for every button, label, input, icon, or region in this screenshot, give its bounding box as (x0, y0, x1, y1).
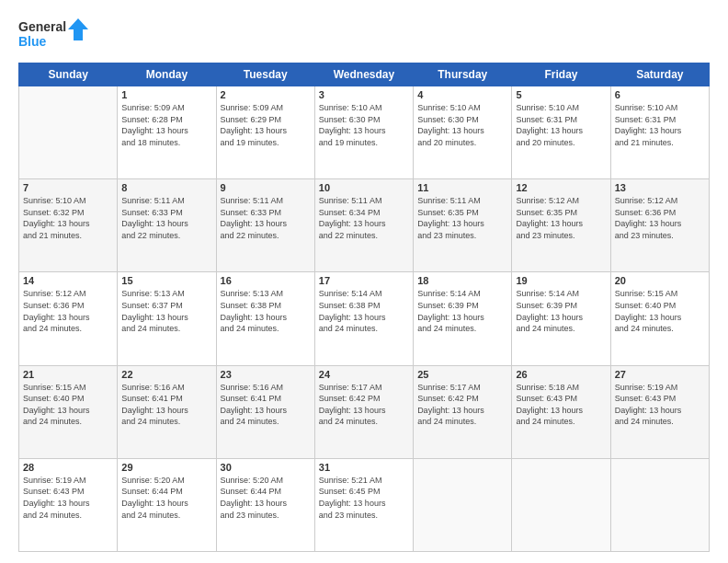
calendar-cell: 4Sunrise: 5:10 AM Sunset: 6:30 PM Daylig… (414, 86, 512, 179)
cell-info: Sunrise: 5:11 AM Sunset: 6:33 PM Dayligh… (121, 195, 211, 241)
calendar-cell: 24Sunrise: 5:17 AM Sunset: 6:42 PM Dayli… (314, 365, 413, 458)
calendar-cell: 26Sunrise: 5:18 AM Sunset: 6:43 PM Dayli… (512, 365, 610, 458)
calendar-cell: 7Sunrise: 5:10 AM Sunset: 6:32 PM Daylig… (19, 179, 118, 272)
calendar-cell: 5Sunrise: 5:10 AM Sunset: 6:31 PM Daylig… (512, 86, 610, 179)
calendar-cell: 14Sunrise: 5:12 AM Sunset: 6:36 PM Dayli… (19, 272, 118, 365)
day-header-wednesday: Wednesday (314, 63, 413, 86)
cell-info: Sunrise: 5:12 AM Sunset: 6:36 PM Dayligh… (615, 195, 705, 241)
cell-info: Sunrise: 5:10 AM Sunset: 6:30 PM Dayligh… (417, 102, 507, 148)
cell-info: Sunrise: 5:13 AM Sunset: 6:37 PM Dayligh… (121, 288, 211, 334)
day-number: 11 (417, 182, 507, 193)
cell-info: Sunrise: 5:12 AM Sunset: 6:35 PM Dayligh… (516, 195, 606, 241)
calendar-cell (414, 458, 512, 551)
cell-info: Sunrise: 5:21 AM Sunset: 6:45 PM Dayligh… (319, 475, 409, 521)
cell-info: Sunrise: 5:10 AM Sunset: 6:32 PM Dayligh… (23, 195, 113, 241)
calendar-cell: 17Sunrise: 5:14 AM Sunset: 6:38 PM Dayli… (314, 272, 413, 365)
day-number: 30 (221, 462, 311, 473)
cell-info: Sunrise: 5:20 AM Sunset: 6:44 PM Dayligh… (221, 475, 311, 521)
day-number: 23 (221, 369, 311, 380)
svg-marker-2 (68, 18, 88, 40)
calendar-cell: 1Sunrise: 5:09 AM Sunset: 6:28 PM Daylig… (118, 86, 216, 179)
day-number: 21 (23, 369, 113, 380)
day-header-sunday: Sunday (19, 63, 118, 86)
cell-info: Sunrise: 5:14 AM Sunset: 6:39 PM Dayligh… (417, 288, 507, 334)
day-number: 28 (23, 462, 113, 473)
calendar-cell (610, 458, 709, 551)
cell-info: Sunrise: 5:16 AM Sunset: 6:41 PM Dayligh… (221, 382, 311, 428)
day-number: 16 (221, 275, 311, 286)
cell-info: Sunrise: 5:17 AM Sunset: 6:42 PM Dayligh… (319, 382, 409, 428)
calendar-cell: 10Sunrise: 5:11 AM Sunset: 6:34 PM Dayli… (314, 179, 413, 272)
day-number: 9 (221, 182, 311, 193)
calendar-table: SundayMondayTuesdayWednesdayThursdayFrid… (18, 63, 710, 552)
week-row-5: 28Sunrise: 5:19 AM Sunset: 6:43 PM Dayli… (19, 458, 710, 551)
cell-info: Sunrise: 5:11 AM Sunset: 6:35 PM Dayligh… (417, 195, 507, 241)
cell-info: Sunrise: 5:09 AM Sunset: 6:28 PM Dayligh… (121, 102, 211, 148)
cell-info: Sunrise: 5:10 AM Sunset: 6:31 PM Dayligh… (516, 102, 606, 148)
day-number: 26 (516, 369, 606, 380)
day-number: 15 (121, 275, 211, 286)
day-number: 25 (417, 369, 507, 380)
cell-info: Sunrise: 5:09 AM Sunset: 6:29 PM Dayligh… (221, 102, 311, 148)
calendar-cell: 23Sunrise: 5:16 AM Sunset: 6:41 PM Dayli… (216, 365, 314, 458)
calendar-cell: 9Sunrise: 5:11 AM Sunset: 6:33 PM Daylig… (216, 179, 314, 272)
week-row-1: 1Sunrise: 5:09 AM Sunset: 6:28 PM Daylig… (19, 86, 710, 179)
logo-svg: General Blue (18, 15, 92, 53)
calendar-cell: 11Sunrise: 5:11 AM Sunset: 6:35 PM Dayli… (414, 179, 512, 272)
svg-text:Blue: Blue (18, 34, 47, 49)
day-number: 12 (516, 182, 606, 193)
day-number: 2 (221, 89, 311, 100)
day-header-friday: Friday (512, 63, 610, 86)
cell-info: Sunrise: 5:12 AM Sunset: 6:36 PM Dayligh… (23, 288, 113, 334)
logo: General Blue (18, 15, 92, 53)
day-header-tuesday: Tuesday (216, 63, 314, 86)
day-number: 5 (516, 89, 606, 100)
calendar-cell: 22Sunrise: 5:16 AM Sunset: 6:41 PM Dayli… (118, 365, 216, 458)
day-number: 6 (615, 89, 705, 100)
day-header-saturday: Saturday (610, 63, 709, 86)
day-number: 4 (417, 89, 507, 100)
day-number: 17 (319, 275, 409, 286)
day-number: 27 (615, 369, 705, 380)
calendar-cell (19, 86, 118, 179)
calendar-cell: 12Sunrise: 5:12 AM Sunset: 6:35 PM Dayli… (512, 179, 610, 272)
header-row: SundayMondayTuesdayWednesdayThursdayFrid… (19, 63, 710, 86)
day-number: 1 (121, 89, 211, 100)
day-number: 7 (23, 182, 113, 193)
calendar-cell: 18Sunrise: 5:14 AM Sunset: 6:39 PM Dayli… (414, 272, 512, 365)
calendar-cell: 29Sunrise: 5:20 AM Sunset: 6:44 PM Dayli… (118, 458, 216, 551)
day-number: 14 (23, 275, 113, 286)
day-number: 8 (121, 182, 211, 193)
calendar-cell: 6Sunrise: 5:10 AM Sunset: 6:31 PM Daylig… (610, 86, 709, 179)
calendar-cell: 2Sunrise: 5:09 AM Sunset: 6:29 PM Daylig… (216, 86, 314, 179)
cell-info: Sunrise: 5:14 AM Sunset: 6:38 PM Dayligh… (319, 288, 409, 334)
header: General Blue (18, 15, 710, 53)
day-number: 19 (516, 275, 606, 286)
calendar-cell: 25Sunrise: 5:17 AM Sunset: 6:42 PM Dayli… (414, 365, 512, 458)
day-number: 3 (319, 89, 409, 100)
cell-info: Sunrise: 5:10 AM Sunset: 6:30 PM Dayligh… (319, 102, 409, 148)
day-number: 18 (417, 275, 507, 286)
week-row-4: 21Sunrise: 5:15 AM Sunset: 6:40 PM Dayli… (19, 365, 710, 458)
cell-info: Sunrise: 5:18 AM Sunset: 6:43 PM Dayligh… (516, 382, 606, 428)
day-number: 29 (121, 462, 211, 473)
day-header-monday: Monday (118, 63, 216, 86)
calendar-cell: 16Sunrise: 5:13 AM Sunset: 6:38 PM Dayli… (216, 272, 314, 365)
calendar-cell: 31Sunrise: 5:21 AM Sunset: 6:45 PM Dayli… (314, 458, 413, 551)
cell-info: Sunrise: 5:11 AM Sunset: 6:34 PM Dayligh… (319, 195, 409, 241)
cell-info: Sunrise: 5:11 AM Sunset: 6:33 PM Dayligh… (221, 195, 311, 241)
calendar-cell: 15Sunrise: 5:13 AM Sunset: 6:37 PM Dayli… (118, 272, 216, 365)
day-number: 24 (319, 369, 409, 380)
day-number: 20 (615, 275, 705, 286)
cell-info: Sunrise: 5:19 AM Sunset: 6:43 PM Dayligh… (23, 475, 113, 521)
cell-info: Sunrise: 5:19 AM Sunset: 6:43 PM Dayligh… (615, 382, 705, 428)
cell-info: Sunrise: 5:17 AM Sunset: 6:42 PM Dayligh… (417, 382, 507, 428)
calendar-cell: 28Sunrise: 5:19 AM Sunset: 6:43 PM Dayli… (19, 458, 118, 551)
calendar-cell: 3Sunrise: 5:10 AM Sunset: 6:30 PM Daylig… (314, 86, 413, 179)
calendar-cell: 20Sunrise: 5:15 AM Sunset: 6:40 PM Dayli… (610, 272, 709, 365)
calendar-cell (512, 458, 610, 551)
calendar-cell: 8Sunrise: 5:11 AM Sunset: 6:33 PM Daylig… (118, 179, 216, 272)
calendar-cell: 27Sunrise: 5:19 AM Sunset: 6:43 PM Dayli… (610, 365, 709, 458)
cell-info: Sunrise: 5:14 AM Sunset: 6:39 PM Dayligh… (516, 288, 606, 334)
week-row-3: 14Sunrise: 5:12 AM Sunset: 6:36 PM Dayli… (19, 272, 710, 365)
